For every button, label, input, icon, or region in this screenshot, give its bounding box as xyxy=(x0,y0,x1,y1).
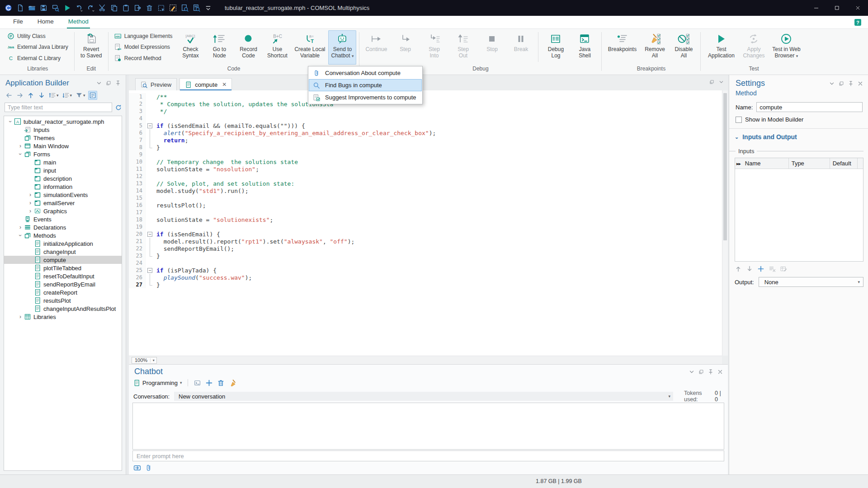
move-node-icon[interactable] xyxy=(134,4,142,12)
float-icon[interactable] xyxy=(105,80,112,86)
close-icon[interactable] xyxy=(717,369,723,375)
arrow-down-gray-button[interactable] xyxy=(746,265,753,272)
code-area[interactable]: 1/**2 * Computes the solution, updates t… xyxy=(129,90,722,356)
caret-icon[interactable] xyxy=(689,369,695,375)
code-line[interactable]: 8} xyxy=(129,144,722,151)
code-line[interactable]: 25−if (isPlayTada) { xyxy=(129,267,722,274)
ribbon-button-send-to-chatbot[interactable]: Send toChatbot ▾ xyxy=(328,30,356,65)
ribbon-button-create-local-variable[interactable]: a=TCreate LocalVariable xyxy=(292,30,327,65)
ribbon-button-step-into[interactable]: StepInto xyxy=(420,30,448,65)
pin-icon[interactable] xyxy=(115,80,121,86)
arrow-up-gray-button[interactable] xyxy=(735,265,742,272)
editor-tab-preview[interactable]: Preview xyxy=(135,78,177,90)
ribbon-button-debug-log[interactable]: DebugLog xyxy=(542,30,570,65)
search-doc-icon[interactable] xyxy=(193,4,200,12)
ribbon-button-java-shell[interactable]: JavaShell xyxy=(571,30,599,65)
menu-item-conversation-about-compute[interactable]: Conversation About compute xyxy=(309,67,422,79)
code-line[interactable]: 11solutionState = "nosolution"; xyxy=(129,165,722,173)
nav-right-button[interactable] xyxy=(15,91,24,100)
table-edit-button[interactable] xyxy=(780,265,787,272)
fold-collapse-icon[interactable]: − xyxy=(147,232,152,237)
ribbon-button-external-java-library[interactable]: JavaExternal Java Library xyxy=(5,42,70,52)
column-header-type[interactable]: Type xyxy=(789,158,830,169)
undo-icon[interactable] xyxy=(75,4,83,12)
tree-item-tubular-reactor-surrogate-mph[interactable]: ›Atubular_reactor_surrogate.mph xyxy=(4,117,122,126)
column-header-default[interactable]: Default xyxy=(830,158,858,169)
code-line[interactable]: 7 return; xyxy=(129,136,722,144)
fold-collapse-icon[interactable]: − xyxy=(147,268,152,273)
paperclip-button[interactable] xyxy=(145,464,152,472)
code-line[interactable]: 2 * Computes the solution, updates the s… xyxy=(129,100,722,108)
caret-icon[interactable] xyxy=(829,80,835,87)
save-find-icon[interactable] xyxy=(52,4,59,12)
highlight-icon[interactable] xyxy=(169,4,177,12)
list-delete-button[interactable] xyxy=(769,265,776,272)
ribbon-button-break[interactable]: Break xyxy=(507,30,535,65)
paste-icon[interactable] xyxy=(122,4,130,12)
inputs-and-output-section[interactable]: ⌄ Inputs and Output xyxy=(729,129,868,141)
code-line[interactable]: 4 xyxy=(129,115,722,122)
ribbon-button-record-code[interactable]: RecordCode xyxy=(234,30,262,65)
tree-item-changeinputandresultsplot[interactable]: changeInputAndResultsPlot xyxy=(4,305,122,313)
pin-icon[interactable] xyxy=(708,369,714,375)
broom-button[interactable] xyxy=(229,379,237,387)
open-file-icon[interactable] xyxy=(28,4,36,12)
find-in-doc-icon[interactable] xyxy=(181,4,189,12)
code-line[interactable]: 27} xyxy=(129,281,722,288)
tree-item-main-window[interactable]: ›Main Window xyxy=(4,142,122,150)
tree-item-events[interactable]: Events xyxy=(4,215,122,223)
maximize-button[interactable] xyxy=(826,0,847,16)
prompt-input[interactable] xyxy=(132,450,724,461)
code-line[interactable]: 20−if (isSendEmail) { xyxy=(129,230,722,238)
minimize-button[interactable] xyxy=(806,0,826,16)
console-button[interactable] xyxy=(193,379,202,387)
ribbon-button-go-to-node[interactable]: Go toNode xyxy=(205,30,233,65)
tree-item-declarations[interactable]: ›Declarations xyxy=(4,223,122,231)
zoom-caret-icon[interactable]: ▾ xyxy=(150,358,156,362)
save-icon[interactable] xyxy=(40,4,47,12)
ribbon-button-check-syntax[interactable]: [ABC]CheckSyntax xyxy=(176,30,204,65)
tree-item-compute[interactable]: compute xyxy=(4,256,122,264)
tree-item-information[interactable]: information xyxy=(4,183,122,191)
new-file-icon[interactable] xyxy=(16,4,24,12)
tree-item-resultsplot[interactable]: resultsPlot xyxy=(4,296,122,305)
ribbon-button-disable-all[interactable]: DisableAll xyxy=(670,30,698,65)
comsol-logo-icon[interactable] xyxy=(5,4,12,12)
expander-icon[interactable]: › xyxy=(27,208,34,214)
arrow-down-blue-button[interactable] xyxy=(37,91,46,100)
plus-blue-button[interactable] xyxy=(205,379,213,387)
ribbon-button-step-out[interactable]: StepOut xyxy=(449,30,477,65)
float-icon[interactable] xyxy=(838,80,844,87)
tree-item-description[interactable]: description xyxy=(4,174,122,183)
ribbon-button-external-c-library[interactable]: CExternal C Library xyxy=(5,53,70,63)
tree-item-inputs[interactable]: Inputs xyxy=(4,126,122,134)
expander-icon[interactable]: › xyxy=(17,143,24,149)
ribbon-button-language-elements[interactable]: ABCLanguage Elements xyxy=(113,31,175,41)
ribbon-tab-home[interactable]: Home xyxy=(36,16,55,28)
ribbon-button-step[interactable]: Step xyxy=(391,30,419,65)
collapse-tree-button[interactable]: ▾ xyxy=(48,91,60,100)
menu-item-find-bugs-in-compute[interactable]: Find Bugs in compute xyxy=(309,79,422,91)
expander-icon[interactable]: › xyxy=(17,150,24,158)
conversation-select[interactable]: New conversation ▾ xyxy=(174,392,673,401)
ribbon-button-test-application[interactable]: TestApplication xyxy=(703,30,739,65)
overflow-caret-icon[interactable] xyxy=(204,4,212,12)
vertical-scrollbar[interactable] xyxy=(722,90,728,356)
ribbon-tab-file[interactable]: File xyxy=(12,16,24,28)
arrow-up-blue-button[interactable] xyxy=(26,91,35,100)
close-icon[interactable] xyxy=(857,80,863,87)
code-line[interactable]: 12 xyxy=(129,173,722,180)
tree-item-methods[interactable]: ›Methods xyxy=(4,231,122,239)
expand-tree-button[interactable]: ▾ xyxy=(61,91,73,100)
editor-tab-compute[interactable]: compute✕ xyxy=(179,78,232,90)
column-header-name[interactable]: Name xyxy=(742,158,789,169)
ribbon-button-breakpoints[interactable]: Breakpoints xyxy=(604,30,640,65)
pin-icon[interactable] xyxy=(848,80,854,87)
refresh-icon[interactable] xyxy=(115,104,122,111)
close-tab-icon[interactable]: ✕ xyxy=(222,81,226,88)
filter-funnel-button[interactable]: ▾ xyxy=(75,91,86,100)
tree-item-changeinput[interactable]: changeInput xyxy=(4,248,122,256)
caret-icon[interactable] xyxy=(96,80,102,86)
horizontal-scrollbar[interactable]: 100% ▾ xyxy=(129,356,722,364)
code-line[interactable]: 5−if (isSendEmail && (emailTo.equals("")… xyxy=(129,122,722,129)
